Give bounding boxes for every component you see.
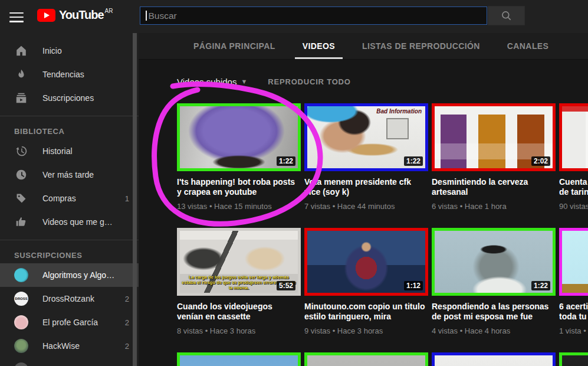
video-card[interactable]: 6 acertij toda tu l 1 vista •: [559, 228, 588, 335]
play-all-button[interactable]: REPRODUCIR TODO: [268, 77, 350, 86]
text-cursor: [146, 11, 147, 21]
channel-avatar: [14, 362, 28, 366]
subscriptions-section-header: SUSCRIPCIONES: [0, 246, 139, 263]
video-thumbnail[interactable]: [559, 103, 588, 171]
sidebar-item-suscripciones[interactable]: Suscripciones: [0, 86, 139, 110]
video-title[interactable]: 6 acertij toda tu l: [559, 302, 588, 322]
video-thumbnail[interactable]: [559, 352, 588, 366]
sidebar-channel-partial[interactable]: [0, 358, 139, 366]
region-code: AR: [105, 8, 113, 14]
sidebar-item-label: Compras: [42, 194, 120, 203]
video-meta: 90 vistas: [559, 202, 588, 211]
sidebar-item-videos-que-me-gustan[interactable]: Videos que me g…: [0, 210, 139, 234]
video-title[interactable]: Respondiendo a las personas de post mi e…: [432, 302, 556, 322]
video-card[interactable]: 1:22 I'ts happening! bot roba posts y cr…: [177, 103, 301, 211]
video-row: 1:22 I'ts happening! bot roba posts y cr…: [177, 103, 588, 211]
item-badge: 1: [125, 194, 129, 203]
duration-badge: 1:22: [277, 156, 295, 166]
video-meta: 6 vistas • Hace 1 hora: [432, 202, 556, 211]
channel-tabs: PÁGINA PRINCIPAL VIDEOS LISTAS DE REPROD…: [139, 33, 588, 60]
video-card[interactable]: La carga de los juegos solía ser larga y…: [177, 228, 301, 335]
video-card[interactable]: Bad Information 1:22 Vota menem presiden…: [304, 103, 428, 211]
channel-name: Algoritmos y Algo…: [42, 270, 124, 280]
sidebar-item-compras[interactable]: Compras 1: [0, 187, 139, 210]
video-thumbnail[interactable]: 1:12: [304, 228, 428, 296]
channel-name: DrossRotzank: [42, 294, 120, 303]
search-button[interactable]: [488, 6, 525, 25]
video-thumbnail[interactable]: [304, 352, 428, 366]
search-icon: [501, 10, 513, 22]
search-input[interactable]: Buscar: [140, 6, 487, 25]
channel-avatar: DROSS: [14, 292, 28, 306]
video-thumbnail[interactable]: 2:02: [432, 103, 556, 171]
video-title[interactable]: Minutouno.com copio un titulo estilo tar…: [304, 302, 428, 322]
channel-avatar: [14, 268, 28, 282]
tab-videos[interactable]: VIDEOS: [289, 33, 349, 59]
sidebar-item-inicio[interactable]: Inicio: [0, 39, 139, 63]
video-thumbnail[interactable]: [559, 228, 588, 296]
duration-badge: 1:12: [404, 281, 423, 290]
thumbs-up-icon: [14, 215, 28, 229]
sidebar-item-label: Inicio: [42, 46, 129, 55]
video-thumbnail[interactable]: 1:22: [432, 228, 556, 296]
duration-badge: 1:22: [404, 156, 423, 166]
sidebar-item-label: Suscripciones: [42, 93, 129, 103]
video-thumbnail[interactable]: 1:22: [177, 103, 301, 171]
sidebar-item-tendencias[interactable]: Tendencias: [0, 63, 139, 86]
sidebar-scrollbar[interactable]: [133, 30, 137, 366]
new-videos-badge: 2: [125, 318, 129, 327]
videos-grid-section: Videos subidos ▼ REPRODUCIR TODO 1:22 I'…: [139, 60, 588, 366]
video-title[interactable]: I'ts happening! bot roba posts y crapea …: [177, 177, 301, 197]
sidebar-channel-drossrotzank[interactable]: DROSS DrossRotzank 2: [0, 287, 139, 311]
duration-badge: 2:02: [531, 156, 550, 166]
search-placeholder: Buscar: [149, 11, 177, 21]
video-card[interactable]: [304, 352, 428, 366]
video-meta: 13 vistas • Hace 15 minutos: [177, 202, 301, 211]
sidebar-channel-hackwise[interactable]: HackWise 2: [0, 334, 139, 358]
video-card[interactable]: 2:02 Desmintiendo la cerveza artesanal 6…: [432, 103, 556, 211]
chevron-down-icon: ▼: [241, 78, 247, 85]
video-thumbnail[interactable]: Bad Information 1:22: [304, 103, 428, 171]
video-meta: 8 vistas • Hace 3 horas: [177, 326, 301, 335]
sidebar-channel-algoritmos[interactable]: Algoritmos y Algo…: [0, 263, 139, 287]
video-card[interactable]: [177, 352, 301, 366]
video-title[interactable]: Desmintiendo la cerveza artesanal: [432, 177, 556, 197]
library-section-header: BIBLIOTECA: [0, 122, 139, 139]
channel-name: El profe García: [42, 318, 120, 327]
top-bar: YouTube AR Buscar: [0, 0, 588, 33]
sidebar-channel-el-profe-garcia[interactable]: El profe García 2: [0, 311, 139, 334]
video-card[interactable]: [559, 352, 588, 366]
new-videos-badge: 2: [125, 295, 129, 303]
divider: [0, 116, 139, 116]
tab-canales[interactable]: CANALES: [494, 33, 562, 59]
sidebar-item-ver-mas-tarde[interactable]: Ver más tarde: [0, 163, 139, 187]
grid-toolbar: Videos subidos ▼ REPRODUCIR TODO: [177, 74, 588, 89]
video-thumbnail[interactable]: [432, 352, 556, 366]
video-thumbnail[interactable]: La carga de los juegos solía ser larga y…: [177, 228, 301, 296]
new-videos-badge: 2: [125, 342, 129, 351]
youtube-logo[interactable]: YouTube AR: [37, 8, 113, 22]
video-card[interactable]: 1:22 Respondiendo a las personas de post…: [432, 228, 556, 335]
thumbnail-logo-box: [386, 118, 409, 139]
divider: [0, 240, 139, 240]
video-title[interactable]: Vota menem presidente cfk vice (soy k): [304, 177, 428, 197]
sidebar-item-label: Ver más tarde: [42, 170, 124, 179]
video-card[interactable]: [432, 352, 556, 366]
video-meta: 4 vistas • Hace 4 horas: [432, 326, 556, 335]
video-meta: 7 vistas • Hace 44 minutos: [304, 202, 428, 211]
tab-listas-de-reproduccion[interactable]: LISTAS DE REPRODUCCIÓN: [349, 33, 494, 59]
filter-label: Videos subidos: [177, 77, 236, 87]
hamburger-menu-icon[interactable]: [9, 9, 25, 24]
video-thumbnail[interactable]: [177, 352, 301, 366]
flame-icon: [14, 67, 28, 81]
video-card[interactable]: Cuenta c de taring 90 vistas: [559, 103, 588, 211]
sidebar-item-historial[interactable]: Historial: [0, 139, 139, 163]
tag-icon: [14, 191, 28, 205]
uploads-filter-dropdown[interactable]: Videos subidos ▼: [177, 77, 247, 87]
video-title[interactable]: Cuando los videojuegos venían en cassett…: [177, 302, 301, 322]
video-row: [177, 352, 588, 366]
tab-pagina-principal[interactable]: PÁGINA PRINCIPAL: [180, 33, 289, 59]
sidebar: Inicio Tendencias Suscripciones BIBLIOTE…: [0, 33, 139, 366]
video-title[interactable]: Cuenta c de taring: [559, 177, 588, 197]
video-card[interactable]: 1:12 Minutouno.com copio un titulo estil…: [304, 228, 428, 335]
